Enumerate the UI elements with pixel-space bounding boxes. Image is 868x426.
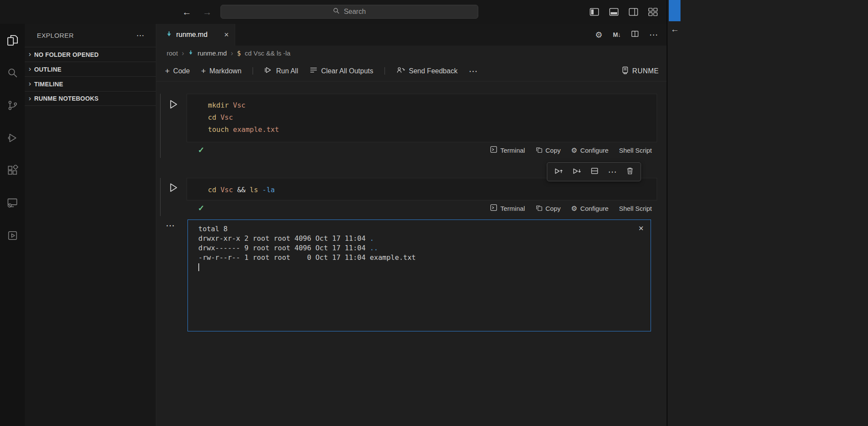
plus-icon: + [165, 66, 170, 76]
feedback-person-icon [396, 66, 405, 75]
success-check-icon: ✓ [198, 203, 204, 213]
runme-file-icon [188, 49, 194, 57]
chevron-right-icon: › [29, 80, 31, 87]
terminal-label: Terminal [500, 205, 525, 212]
language-picker[interactable]: Shell Script [619, 205, 652, 212]
cell-status-actions: Terminal Copy ⚙ Con [490, 146, 652, 154]
breadcrumb: root › runme.md › $ cd Vsc && ls -la [156, 46, 667, 61]
add-markdown-cell-button[interactable]: + Markdown [201, 66, 241, 76]
notebook-settings-gear-icon[interactable]: ⚙ [595, 30, 602, 40]
configure-label: Configure [580, 147, 608, 154]
send-feedback-button[interactable]: Send Feedback [396, 66, 457, 75]
execute-below-icon[interactable] [572, 167, 581, 177]
toggle-sidebar-right-icon[interactable] [628, 7, 638, 17]
code-cell-2: cd Vsc && ls -la ✓ Terminal [156, 178, 657, 216]
clear-all-outputs-button[interactable]: Clear All Outputs [309, 66, 373, 75]
copy-button[interactable]: Copy [536, 146, 561, 154]
toolbar-divider [385, 67, 385, 75]
secondary-window-blue-square [669, 0, 681, 21]
customize-layout-icon[interactable] [648, 7, 658, 17]
run-all-button[interactable]: Run All [264, 66, 298, 75]
language-picker[interactable]: Shell Script [619, 147, 652, 154]
send-feedback-label: Send Feedback [409, 67, 457, 75]
extensions-icon[interactable] [0, 154, 25, 187]
sidebar-title: EXPLORER [37, 32, 74, 39]
copy-label: Copy [546, 147, 561, 154]
search-placeholder: Search [344, 8, 366, 16]
split-cell-icon[interactable] [591, 167, 598, 177]
configure-button[interactable]: ⚙ Configure [571, 146, 608, 154]
explorer-icon[interactable] [0, 24, 25, 56]
sidebar-section-label: RUNME NOTEBOOKS [34, 95, 99, 102]
add-code-cell-button[interactable]: + Code [165, 66, 190, 76]
runme-brand-icon [621, 66, 629, 76]
markdown-preview-icon[interactable]: M↓ [613, 31, 621, 38]
sidebar-header: EXPLORER ⋯ [25, 24, 156, 47]
run-debug-icon[interactable] [0, 121, 25, 154]
close-output-icon[interactable]: × [638, 223, 644, 233]
back-arrow-icon[interactable]: ← [182, 7, 191, 17]
copy-button[interactable]: Copy [536, 204, 561, 213]
cell-status-bar: ✓ Terminal [187, 142, 657, 158]
editor-area: runme.md × ⚙ M↓ ⋯ root › [156, 24, 667, 426]
execute-above-icon[interactable] [554, 167, 563, 177]
language-label: Shell Script [619, 147, 652, 154]
chevron-right-icon: › [29, 50, 31, 58]
cell-status-actions: Terminal Copy ⚙ Con [490, 204, 652, 213]
vscode-window: ← → Search [0, 0, 667, 426]
add-code-label: Code [173, 67, 190, 75]
secondary-back-arrow-icon[interactable]: ← [671, 24, 679, 34]
code-cell-1: mkdir Vsccd Vsctouch example.txt ✓ Termi… [156, 94, 657, 158]
breadcrumb-prompt-symbol: $ [237, 49, 241, 57]
breadcrumb-command[interactable]: cd Vsc && ls -la [245, 49, 290, 57]
run-cell-button[interactable] [168, 99, 178, 111]
terminal-icon [490, 146, 497, 154]
cell-more-actions-icon[interactable]: ⋯ [608, 167, 617, 177]
notebook-cells: mkdir Vsccd Vsctouch example.txt ✓ Termi… [156, 82, 667, 426]
copy-label: Copy [546, 205, 561, 212]
clear-all-icon [309, 66, 318, 75]
open-terminal-button[interactable]: Terminal [490, 204, 525, 213]
remote-explorer-icon[interactable] [0, 187, 25, 219]
gear-icon: ⚙ [571, 146, 577, 154]
tab-close-icon[interactable]: × [224, 30, 229, 39]
sidebar-section-label: NO FOLDER OPENED [34, 51, 99, 58]
source-control-icon[interactable] [0, 89, 25, 121]
cell-focus-indicator [160, 178, 161, 216]
split-editor-icon[interactable] [631, 30, 639, 39]
cell-output-terminal[interactable]: × total 8drwxr-xr-x 2 root root 4096 Oct… [187, 220, 651, 331]
delete-cell-icon[interactable] [626, 167, 634, 177]
cell-code-editor[interactable]: mkdir Vsccd Vsctouch example.txt [187, 94, 657, 142]
tab-runme-md[interactable]: runme.md × [156, 24, 235, 46]
search-sidebar-icon[interactable] [0, 56, 25, 89]
add-markdown-label: Markdown [209, 67, 241, 75]
sidebar-section-outline[interactable]: › OUTLINE [25, 62, 156, 76]
output-more-actions-icon[interactable]: ⋯ [166, 220, 175, 231]
open-terminal-button[interactable]: Terminal [490, 146, 525, 154]
sidebar-section-no-folder[interactable]: › NO FOLDER OPENED [25, 47, 156, 62]
command-center-search[interactable]: Search [220, 5, 478, 19]
clear-all-label: Clear All Outputs [321, 67, 373, 75]
chevron-right-icon: › [29, 65, 31, 72]
breadcrumb-folder[interactable]: root [167, 49, 178, 57]
window-body: EXPLORER ⋯ › NO FOLDER OPENED › OUTLINE … [0, 24, 667, 426]
tab-bar: runme.md × ⚙ M↓ ⋯ [156, 24, 667, 46]
breadcrumb-file[interactable]: runme.md [197, 49, 227, 57]
sidebar-section-timeline[interactable]: › TIMELINE [25, 76, 156, 91]
titlebar: ← → Search [0, 0, 667, 24]
sidebar-section-runme-notebooks[interactable]: › RUNME NOTEBOOKS [25, 91, 156, 106]
editor-more-actions-icon[interactable]: ⋯ [649, 29, 658, 40]
chevron-right-icon: › [29, 95, 31, 102]
titlebar-layout-controls [589, 0, 658, 24]
cell-hover-toolbar: ⋯ [547, 162, 641, 181]
run-cell-button[interactable] [168, 182, 178, 195]
toggle-sidebar-left-icon[interactable] [589, 7, 599, 17]
configure-button[interactable]: ⚙ Configure [571, 204, 608, 213]
toggle-panel-bottom-icon[interactable] [609, 7, 619, 17]
toolbar-more-icon[interactable]: ⋯ [469, 66, 477, 76]
sidebar-more-icon[interactable]: ⋯ [136, 30, 145, 40]
terminal-label: Terminal [500, 147, 525, 154]
language-label: Shell Script [619, 205, 652, 212]
runme-panel-icon[interactable] [0, 219, 25, 252]
runme-brand-button[interactable]: RUNME [621, 66, 667, 76]
